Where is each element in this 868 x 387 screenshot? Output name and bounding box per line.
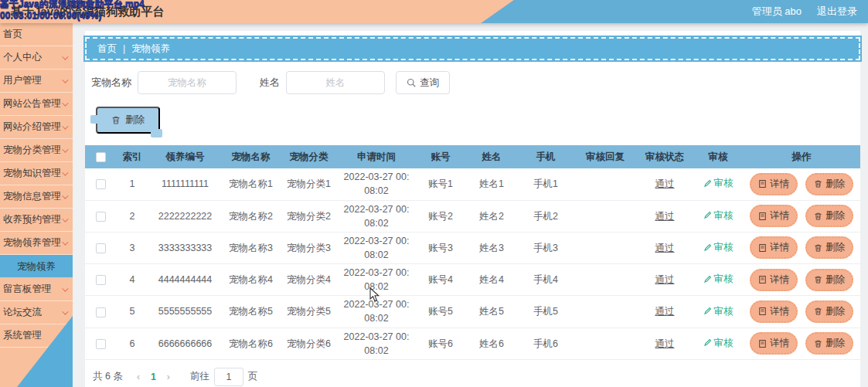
cell-review: 审核: [693, 200, 743, 232]
cell-review-reply: [574, 296, 636, 328]
goto-page-input[interactable]: [214, 368, 243, 386]
detail-button[interactable]: 详情: [750, 236, 798, 259]
column-header: 账号: [415, 145, 466, 168]
sidebar-item[interactable]: 宠物信息管理: [0, 185, 73, 209]
apply-time-line: 2022-03-27 00:: [340, 266, 413, 280]
row-checkbox[interactable]: [96, 179, 106, 189]
delete-button[interactable]: 删除: [805, 236, 853, 259]
sidebar-item[interactable]: 首页: [0, 23, 73, 46]
cell-phone: 手机4: [517, 264, 574, 296]
cell-review-reply: [574, 232, 636, 263]
delete-button[interactable]: 删除: [805, 269, 853, 291]
pencil-icon: [703, 338, 712, 347]
row-checkbox[interactable]: [96, 212, 106, 222]
detail-button-label: 详情: [770, 209, 789, 222]
table-row: 66666666666宠物名称6宠物分类62022-03-27 00:08:02…: [85, 328, 860, 359]
delete-button[interactable]: 删除: [805, 173, 853, 195]
batch-delete-button[interactable]: 删除: [96, 107, 160, 134]
apply-time-line: 2022-03-27 00:: [340, 330, 413, 344]
pagination-total: 共 6 条: [93, 370, 123, 383]
next-page-button[interactable]: ›: [161, 372, 176, 382]
select-all-checkbox[interactable]: [96, 152, 106, 162]
trash-icon: [814, 243, 822, 253]
top-header: 基于Java的流浪猫狗救助平台 管理员 abo 退出登录: [0, 0, 868, 23]
detail-button[interactable]: 详情: [750, 332, 798, 355]
sidebar-item[interactable]: 收养预约管理: [0, 209, 73, 232]
sidebar-subitem[interactable]: 宠物领养: [0, 255, 73, 278]
current-page[interactable]: 1: [146, 372, 161, 382]
cell-name: 姓名2: [466, 200, 517, 232]
review-link[interactable]: 审核: [703, 336, 734, 350]
adoption-table: 索引领养编号宠物名称宠物分类申请时间账号姓名手机审核回复审核状态审核操作 111…: [85, 145, 860, 360]
sidebar-item[interactable]: 论坛交流: [0, 301, 73, 324]
pet-name-label: 宠物名称: [91, 76, 131, 90]
pet-name-input[interactable]: [138, 71, 237, 94]
review-link[interactable]: 审核: [703, 304, 734, 318]
cell-pet-category: 宠物分类3: [280, 232, 338, 263]
cell-actions: 详情删除: [743, 168, 860, 200]
cell-account: 账号6: [415, 328, 466, 359]
main-panel: 首页 | 宠物领养 宠物名称 姓名 查询 删除: [85, 31, 860, 387]
logout-link[interactable]: 退出登录: [817, 5, 857, 19]
cell-review-reply: [574, 264, 636, 296]
chevron-down-icon: [62, 53, 68, 59]
sidebar-item[interactable]: 宠物领养管理: [0, 232, 73, 255]
delete-button[interactable]: 删除: [805, 205, 853, 227]
name-input[interactable]: [286, 71, 385, 94]
search-icon: [407, 78, 416, 87]
delete-button[interactable]: 删除: [805, 332, 853, 355]
document-icon: [758, 179, 767, 188]
sidebar-item[interactable]: 网站介绍管理: [0, 116, 73, 139]
breadcrumb-home[interactable]: 首页: [97, 42, 117, 56]
cell-adopt-no: 4444444444: [148, 264, 222, 296]
chevron-down-icon: [62, 100, 68, 106]
column-header: 宠物名称: [222, 145, 280, 168]
cell-apply-time: 2022-03-27 00:08:02: [338, 232, 415, 263]
sidebar-item-label: 用户管理: [3, 74, 42, 87]
delete-button[interactable]: 删除: [805, 300, 853, 323]
review-status-text: 通过: [655, 274, 675, 285]
review-link-label: 审核: [714, 240, 734, 254]
cell-actions: 详情删除: [743, 296, 860, 328]
review-link[interactable]: 审核: [703, 209, 734, 222]
sidebar-item[interactable]: 个人中心: [0, 46, 73, 70]
chevron-down-icon: [62, 216, 68, 222]
pencil-icon: [703, 211, 712, 219]
row-checkbox[interactable]: [96, 243, 106, 253]
search-form: 宠物名称 姓名 查询: [91, 71, 860, 94]
query-button[interactable]: 查询: [396, 71, 450, 94]
sidebar-item[interactable]: 用户管理: [0, 70, 73, 93]
sidebar-item[interactable]: 网站公告管理: [0, 93, 73, 116]
prev-page-button[interactable]: ‹: [131, 372, 146, 382]
row-checkbox[interactable]: [96, 275, 106, 285]
row-checkbox[interactable]: [96, 307, 106, 317]
batch-delete-label: 删除: [125, 114, 145, 127]
apply-time-line: 2022-03-27 00:: [340, 234, 413, 248]
cell-review: 审核: [693, 328, 743, 359]
delete-button-label: 删除: [825, 178, 845, 191]
sidebar-item[interactable]: 留言板管理: [0, 278, 73, 301]
cell-review: 审核: [693, 232, 743, 263]
row-checkbox[interactable]: [96, 339, 106, 349]
cell-index: 4: [116, 264, 148, 296]
sidebar-item-label: 宠物分类管理: [3, 144, 61, 157]
delete-button-label: 删除: [825, 273, 845, 287]
cell-pet-category: 宠物分类4: [280, 264, 338, 296]
chevron-down-icon: [62, 239, 68, 245]
sidebar-item[interactable]: 宠物知识管理: [0, 162, 73, 185]
detail-button[interactable]: 详情: [750, 300, 798, 323]
review-link-label: 审核: [714, 336, 734, 350]
page-unit-label: 页: [248, 370, 258, 383]
cell-account: 账号1: [415, 168, 466, 200]
review-link[interactable]: 审核: [703, 240, 734, 254]
pagination: 共 6 条 ‹ 1 › 前往 页: [93, 368, 860, 386]
detail-button[interactable]: 详情: [750, 205, 798, 227]
sidebar-item[interactable]: 宠物分类管理: [0, 139, 73, 162]
review-status-text: 通过: [655, 178, 675, 189]
cell-review: 审核: [693, 296, 743, 328]
review-link[interactable]: 审核: [703, 176, 734, 190]
detail-button[interactable]: 详情: [750, 173, 798, 195]
review-link[interactable]: 审核: [703, 272, 734, 286]
detail-button[interactable]: 详情: [750, 269, 798, 291]
cell-pet-name: 宠物名称3: [222, 232, 280, 263]
